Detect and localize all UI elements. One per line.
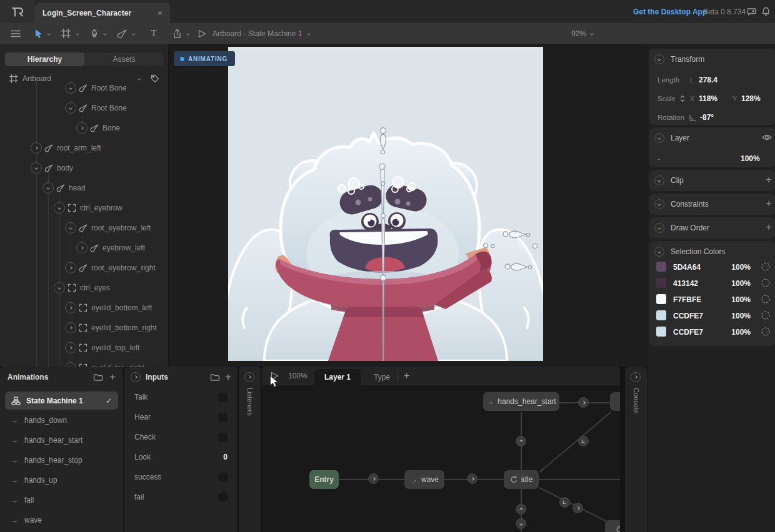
tree-item[interactable]: eyelid_bottom_left <box>0 298 168 318</box>
add-input-button[interactable]: + <box>225 371 231 383</box>
link-stepper-icon[interactable] <box>680 95 685 102</box>
tree-item[interactable]: eyelid_top_right <box>0 358 168 367</box>
tab-assets[interactable]: Assets <box>84 52 164 66</box>
transition-arrow[interactable] <box>516 436 526 446</box>
color-swatch[interactable] <box>656 262 666 272</box>
expand-toggle[interactable] <box>42 182 54 194</box>
close-icon[interactable]: × <box>158 8 162 18</box>
transition-arrow[interactable] <box>368 473 379 484</box>
tree-item[interactable]: eyelid_top_left <box>0 338 168 358</box>
text-tool[interactable]: T <box>149 23 159 44</box>
scale-y-value[interactable]: 128% <box>741 94 761 103</box>
artboard-canvas[interactable] <box>228 47 543 361</box>
animation-item[interactable]: →fail <box>0 490 123 510</box>
expand-toggle[interactable] <box>65 322 76 333</box>
color-target-icon[interactable] <box>761 262 771 272</box>
collapse-chevron-icon[interactable] <box>131 372 141 382</box>
animation-item[interactable]: →hands_hear_stop <box>0 450 123 470</box>
input-row[interactable]: Hear <box>124 407 238 427</box>
pen-tool-dropdown[interactable] <box>102 23 108 44</box>
transition-arrow[interactable] <box>578 397 589 408</box>
tree-item[interactable]: body <box>0 158 168 178</box>
tree-item[interactable]: eyelid_bottom_right <box>0 318 168 338</box>
collapse-chevron-icon[interactable] <box>654 223 664 233</box>
rotation-value[interactable]: -87° <box>700 113 714 122</box>
layer-opacity-value[interactable]: 100% <box>741 154 760 163</box>
scale-x-value[interactable]: 118% <box>699 94 718 103</box>
node-partial[interactable] <box>605 520 620 532</box>
node-partial[interactable] <box>610 392 620 411</box>
input-row[interactable]: Look0 <box>124 447 238 467</box>
expand-toggle[interactable] <box>65 102 76 114</box>
color-target-icon[interactable] <box>761 310 771 320</box>
transition-arrow[interactable] <box>578 436 589 446</box>
menu-hamburger-icon[interactable] <box>9 23 22 44</box>
expand-toggle[interactable] <box>31 162 42 174</box>
collapse-chevron-icon[interactable] <box>654 175 664 185</box>
expand-chevron-icon[interactable] <box>631 372 641 382</box>
export-dropdown[interactable] <box>185 23 191 44</box>
input-row[interactable]: fail <box>124 487 238 507</box>
trigger-button[interactable] <box>218 492 228 502</box>
input-row[interactable]: Check <box>124 427 238 447</box>
expand-toggle[interactable] <box>76 122 88 134</box>
tab-layer-1[interactable]: Layer 1 <box>314 369 361 385</box>
file-tab[interactable]: Login_Screen_Character × <box>35 2 170 23</box>
tab-hierarchy[interactable]: Hierarchy <box>5 52 84 66</box>
transition-arrow[interactable] <box>559 497 570 508</box>
folder-icon[interactable] <box>93 373 103 382</box>
trigger-button[interactable] <box>218 472 228 482</box>
transition-arrow[interactable] <box>516 504 526 515</box>
node-hands-hear-start[interactable]: →hands_hear_start <box>483 392 559 411</box>
input-row[interactable]: success <box>124 467 238 487</box>
expand-toggle[interactable] <box>65 302 76 313</box>
pen-tool[interactable] <box>89 23 100 44</box>
tree-item[interactable]: root_eyebrow_left <box>0 218 168 238</box>
expand-toggle[interactable] <box>54 202 65 214</box>
console-strip[interactable]: Console <box>625 367 647 532</box>
add-clip-button[interactable]: + <box>766 175 772 185</box>
tree-item[interactable]: head <box>0 178 168 198</box>
node-wave[interactable]: →wave <box>404 470 444 489</box>
layer-name[interactable]: - <box>658 155 660 162</box>
tree-item[interactable]: Root Bone <box>0 98 168 118</box>
collapse-chevron-icon[interactable] <box>654 199 664 209</box>
expand-toggle[interactable] <box>65 362 76 367</box>
boolean-toggle[interactable] <box>218 433 228 442</box>
desktop-app-link[interactable]: Get the Desktop App <box>633 0 707 23</box>
animation-item[interactable]: →hands_hear_start <box>0 430 123 450</box>
rive-logo[interactable] <box>0 0 35 23</box>
add-draw-order-button[interactable]: + <box>766 222 772 232</box>
tree-item[interactable]: ctrl_eyebrow <box>0 198 168 218</box>
color-swatch[interactable] <box>656 294 666 304</box>
graph-canvas[interactable]: Entry →wave idle →hands_hear_start <box>262 385 620 532</box>
listeners-strip[interactable]: Listeners <box>239 367 261 532</box>
expand-toggle[interactable] <box>65 262 76 273</box>
expand-toggle[interactable] <box>76 242 88 254</box>
eye-icon[interactable] <box>762 134 772 141</box>
color-swatch[interactable] <box>656 327 666 337</box>
node-entry[interactable]: Entry <box>309 470 339 489</box>
artboard-state-selector[interactable]: Artboard - State Machine 1 <box>212 23 310 44</box>
artboard-tool[interactable] <box>60 23 71 44</box>
transition-arrow[interactable] <box>467 473 478 484</box>
feedback-icon[interactable] <box>747 0 756 23</box>
animation-item[interactable]: →hands_down <box>0 410 123 430</box>
length-value[interactable]: 278.4 <box>699 76 718 84</box>
tab-type[interactable]: Type <box>364 369 400 385</box>
transition-arrow[interactable] <box>572 503 583 513</box>
artboard-tool-dropdown[interactable] <box>74 23 81 44</box>
color-swatch[interactable] <box>656 278 666 288</box>
color-target-icon[interactable] <box>761 294 771 304</box>
graph-zoom-level[interactable]: 100% <box>288 372 308 380</box>
tree-item[interactable]: eyebrow_left <box>0 238 168 258</box>
collapse-chevron-icon[interactable] <box>654 54 664 64</box>
select-tool-dropdown[interactable] <box>46 23 52 44</box>
tree-item[interactable]: Root Bone <box>0 81 168 98</box>
animation-item[interactable]: →hands_up <box>0 470 123 490</box>
input-row[interactable]: Talk <box>124 387 238 407</box>
animation-item[interactable]: →wave <box>0 510 123 530</box>
expand-toggle[interactable] <box>65 342 76 353</box>
collapse-chevron-icon[interactable] <box>654 133 664 143</box>
boolean-toggle[interactable] <box>218 393 228 402</box>
